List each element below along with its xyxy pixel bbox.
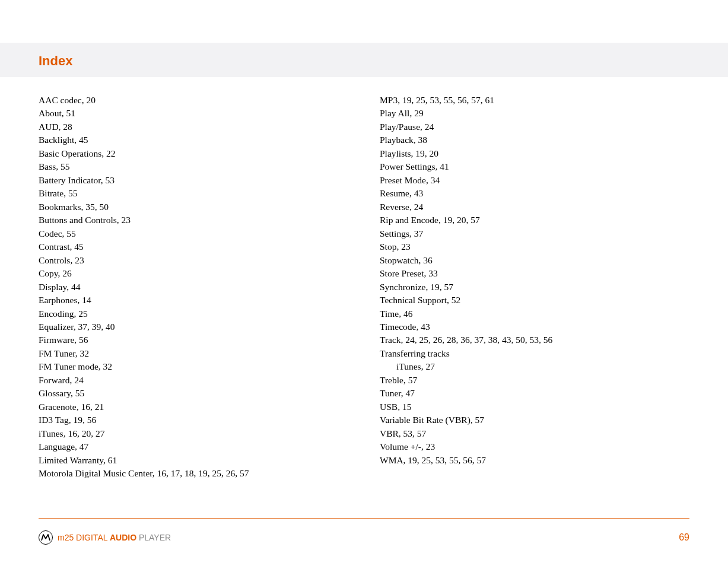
index-entry: Settings, 37 [380,227,688,240]
index-entry: Controls, 23 [39,254,380,267]
index-entry: Gracenote, 16, 21 [39,400,380,414]
index-entry: Tuner, 47 [380,387,688,400]
index-entry: Limited Warranty, 61 [39,454,380,467]
index-entry: Copy, 26 [39,267,380,280]
index-entry: Resume, 43 [380,187,688,200]
index-entry: Technical Support, 52 [380,294,688,307]
index-entry: Motorola Digital Music Center, 16, 17, 1… [39,467,380,480]
index-entry: Power Settings, 41 [380,160,688,173]
index-entry: Stop, 23 [380,240,688,253]
index-column-right: MP3, 19, 25, 53, 55, 56, 57, 61Play All,… [380,94,688,481]
index-entry: Buttons and Controls, 23 [39,214,380,227]
index-entry: ID3 Tag, 19, 56 [39,414,380,427]
index-entry: Volume +/-, 23 [380,440,688,453]
index-entry: Play All, 29 [380,107,688,120]
index-entry: VBR, 53, 57 [380,427,688,440]
footer-left: m25 DIGITAL AUDIO PLAYER [39,530,171,545]
index-entry: AUD, 28 [39,120,380,133]
index-entry: Transferring tracks [380,347,688,360]
index-entry: Reverse, 24 [380,201,688,214]
footer-divider [39,518,689,519]
index-entry: AAC codec, 20 [39,94,380,107]
product-bold: AUDIO [110,533,136,542]
index-entry: Battery Indicator, 53 [39,174,380,187]
index-entry: Contrast, 45 [39,240,380,253]
product-prefix: m25 DIGITAL [58,533,110,542]
index-entry: Time, 46 [380,307,688,320]
index-entry: Backlight, 45 [39,133,380,147]
index-entry: Bass, 55 [39,160,380,173]
index-column-left: AAC codec, 20About, 51AUD, 28Backlight, … [39,94,380,481]
index-entry: Stopwatch, 36 [380,254,688,267]
index-content: AAC codec, 20About, 51AUD, 28Backlight, … [0,77,728,481]
index-entry: FM Tuner, 32 [39,347,380,360]
header-bar: Index [0,43,728,77]
index-entry: Forward, 24 [39,374,380,387]
index-entry: Basic Operations, 22 [39,147,380,160]
index-entry: Treble, 57 [380,374,688,387]
index-entry: Variable Bit Rate (VBR), 57 [380,414,688,427]
index-entry: USB, 15 [380,400,688,414]
index-entry: Display, 44 [39,281,380,294]
index-entry: Encoding, 25 [39,307,380,320]
index-entry: Bitrate, 55 [39,187,380,200]
index-entry: FM Tuner mode, 32 [39,360,380,373]
index-entry: Store Preset, 33 [380,267,688,280]
index-entry: Playback, 38 [380,133,688,147]
index-entry: Preset Mode, 34 [380,174,688,187]
index-entry: iTunes, 27 [380,360,688,373]
index-entry: Language, 47 [39,440,380,453]
index-entry: WMA, 19, 25, 53, 55, 56, 57 [380,454,688,467]
index-entry: iTunes, 16, 20, 27 [39,427,380,440]
product-label: m25 DIGITAL AUDIO PLAYER [58,533,171,542]
index-entry: Codec, 55 [39,227,380,240]
index-entry: MP3, 19, 25, 53, 55, 56, 57, 61 [380,94,688,107]
index-entry: Glossary, 55 [39,387,380,400]
index-entry: Play/Pause, 24 [380,120,688,133]
index-entry: About, 51 [39,107,380,120]
footer: m25 DIGITAL AUDIO PLAYER 69 [39,530,689,545]
index-entry: Track, 24, 25, 26, 28, 36, 37, 38, 43, 5… [380,333,688,346]
index-entry: Playlists, 19, 20 [380,147,688,160]
page-number: 69 [679,532,689,543]
product-suffix: PLAYER [136,533,171,542]
motorola-logo-icon [39,530,53,545]
index-entry: Rip and Encode, 19, 20, 57 [380,214,688,227]
index-entry: Earphones, 14 [39,294,380,307]
index-entry: Timecode, 43 [380,320,688,333]
index-entry: Firmware, 56 [39,333,380,346]
index-entry: Synchronize, 19, 57 [380,281,688,294]
index-entry: Bookmarks, 35, 50 [39,201,380,214]
page-title: Index [39,53,728,69]
index-entry: Equalizer, 37, 39, 40 [39,320,380,333]
